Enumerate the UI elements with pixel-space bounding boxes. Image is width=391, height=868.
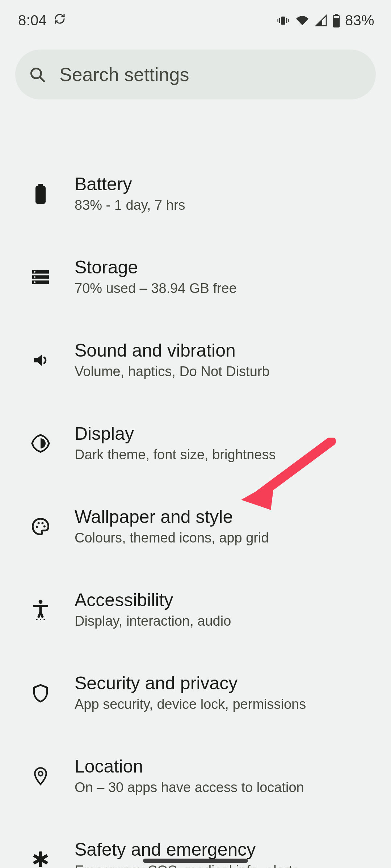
accessibility-icon	[30, 599, 51, 621]
setting-title: Wallpaper and style	[75, 507, 269, 528]
search-input[interactable]: Search settings	[15, 50, 376, 99]
svg-rect-7	[334, 16, 339, 18]
svg-point-23	[39, 600, 43, 604]
status-battery-pct: 83%	[345, 12, 374, 29]
setting-item-location[interactable]: Location On – 30 apps have access to loc…	[0, 735, 391, 818]
status-left: 8:04	[18, 12, 66, 29]
wifi-icon	[294, 14, 310, 27]
setting-title: Safety and emergency	[75, 839, 299, 860]
svg-point-16	[34, 276, 35, 278]
setting-subtitle: Display, interaction, audio	[75, 613, 231, 630]
gesture-bar	[143, 859, 248, 863]
battery-icon	[30, 183, 51, 205]
setting-subtitle: 83% - 1 day, 7 hrs	[75, 197, 185, 214]
vibrate-icon	[276, 14, 290, 27]
setting-title: Battery	[75, 174, 185, 195]
storage-icon	[30, 266, 51, 288]
setting-subtitle: Colours, themed icons, app grid	[75, 529, 269, 547]
search-placeholder: Search settings	[59, 64, 189, 85]
svg-point-28	[36, 619, 38, 620]
status-time: 8:04	[18, 12, 47, 29]
setting-subtitle: Dark theme, font size, brightness	[75, 446, 276, 464]
status-bar: 8:04	[0, 0, 391, 29]
search-icon	[28, 65, 46, 84]
status-right: 83%	[276, 12, 374, 29]
setting-subtitle: Volume, haptics, Do Not Disturb	[75, 363, 270, 380]
setting-item-sound[interactable]: Sound and vibration Volume, haptics, Do …	[0, 319, 391, 402]
setting-item-security[interactable]: Security and privacy App security, devic…	[0, 651, 391, 735]
svg-point-20	[38, 522, 40, 524]
setting-subtitle: Emergency SOS, medical info, alerts	[75, 862, 299, 868]
setting-item-wallpaper[interactable]: Wallpaper and style Colours, themed icon…	[0, 485, 391, 568]
svg-rect-11	[38, 184, 43, 186]
settings-list: Battery 83% - 1 day, 7 hrs Storage 70% u…	[0, 152, 391, 868]
setting-title: Storage	[75, 257, 237, 278]
battery-icon	[332, 14, 341, 27]
location-icon	[30, 765, 51, 787]
svg-point-31	[38, 771, 43, 776]
setting-subtitle: On – 30 apps have access to location	[75, 779, 304, 796]
display-icon	[30, 433, 51, 454]
sound-icon	[30, 349, 51, 371]
svg-point-21	[41, 522, 43, 524]
svg-rect-4	[288, 19, 289, 22]
setting-title: Accessibility	[75, 590, 231, 611]
setting-item-battery[interactable]: Battery 83% - 1 day, 7 hrs	[0, 152, 391, 235]
svg-rect-2	[286, 18, 287, 23]
search-container: Search settings	[15, 50, 376, 99]
setting-subtitle: 70% used – 38.94 GB free	[75, 280, 237, 297]
setting-subtitle: App security, device lock, permissions	[75, 696, 306, 713]
svg-point-17	[34, 281, 35, 283]
svg-line-9	[40, 77, 44, 81]
setting-title: Display	[75, 424, 276, 444]
svg-rect-10	[35, 186, 46, 204]
emergency-icon	[30, 848, 51, 868]
setting-item-storage[interactable]: Storage 70% used – 38.94 GB free	[0, 235, 391, 319]
svg-point-22	[43, 526, 46, 528]
svg-point-15	[34, 271, 35, 273]
svg-point-30	[43, 619, 45, 620]
setting-title: Location	[75, 756, 304, 777]
svg-rect-0	[281, 16, 285, 25]
cell-icon	[315, 14, 328, 27]
shield-icon	[30, 682, 51, 704]
palette-icon	[30, 516, 51, 537]
svg-rect-1	[279, 18, 280, 23]
setting-title: Security and privacy	[75, 673, 306, 694]
svg-rect-3	[277, 19, 278, 22]
svg-rect-6	[335, 14, 338, 16]
sync-icon	[53, 12, 66, 29]
setting-item-display[interactable]: Display Dark theme, font size, brightnes…	[0, 402, 391, 485]
setting-title: Sound and vibration	[75, 340, 270, 361]
setting-item-accessibility[interactable]: Accessibility Display, interaction, audi…	[0, 568, 391, 651]
svg-point-19	[36, 526, 38, 528]
svg-point-29	[40, 619, 41, 620]
